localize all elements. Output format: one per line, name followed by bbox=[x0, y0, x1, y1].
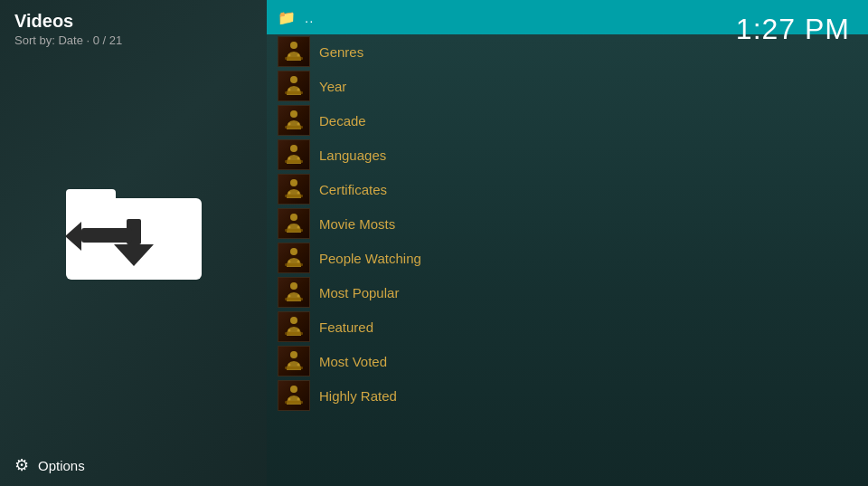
options-label: Options bbox=[38, 458, 85, 473]
svg-point-16 bbox=[288, 123, 291, 126]
options-icon: ⚙ bbox=[14, 455, 29, 475]
sidebar-footer[interactable]: ⚙ Options bbox=[0, 444, 267, 486]
svg-point-49 bbox=[297, 398, 300, 401]
svg-rect-4 bbox=[81, 228, 132, 243]
list-item[interactable]: Featured bbox=[267, 310, 868, 344]
item-label: Movie Mosts bbox=[319, 216, 395, 232]
item-label: Featured bbox=[319, 319, 373, 335]
svg-point-29 bbox=[297, 226, 300, 229]
item-thumbnail-inner bbox=[278, 71, 309, 100]
item-thumbnail bbox=[278, 380, 310, 411]
svg-point-30 bbox=[290, 248, 297, 255]
list-item[interactable]: Most Popular bbox=[267, 275, 868, 310]
svg-point-14 bbox=[290, 110, 297, 118]
item-label: Year bbox=[319, 79, 346, 94]
svg-point-10 bbox=[290, 76, 297, 83]
item-thumbnail-inner bbox=[278, 140, 309, 169]
list-item[interactable]: Highly Rated bbox=[267, 378, 868, 413]
item-label: People Watching bbox=[319, 251, 421, 266]
item-label: Highly Rated bbox=[319, 388, 397, 404]
svg-point-41 bbox=[297, 329, 300, 332]
svg-point-36 bbox=[288, 295, 291, 298]
svg-point-46 bbox=[290, 386, 297, 393]
item-thumbnail bbox=[278, 346, 310, 376]
svg-rect-19 bbox=[285, 160, 303, 163]
item-thumbnail bbox=[278, 139, 310, 170]
sidebar: Videos Sort by: Date · 0 / 21 bbox=[0, 0, 267, 486]
svg-point-25 bbox=[297, 192, 300, 195]
item-label: Genres bbox=[319, 44, 363, 60]
svg-point-32 bbox=[288, 261, 291, 263]
folder-back-icon bbox=[61, 171, 206, 289]
item-thumbnail-inner bbox=[278, 37, 309, 66]
list-item[interactable]: Most Voted bbox=[267, 344, 868, 378]
item-thumbnail-inner bbox=[278, 175, 309, 204]
item-thumbnail bbox=[278, 36, 310, 67]
item-label: Languages bbox=[319, 148, 386, 163]
back-label: .. bbox=[305, 10, 314, 25]
list-item[interactable]: Year bbox=[267, 69, 868, 103]
item-thumbnail-inner bbox=[278, 106, 309, 135]
item-thumbnail-inner bbox=[278, 209, 309, 238]
svg-point-8 bbox=[288, 54, 291, 57]
content-area: 1:27 PM 📁 .. Genres Year Decade bbox=[267, 0, 868, 486]
clock: 1:27 PM bbox=[736, 13, 850, 46]
svg-point-28 bbox=[288, 226, 291, 229]
svg-point-9 bbox=[297, 54, 300, 57]
item-thumbnail bbox=[278, 71, 310, 101]
item-thumbnail-inner bbox=[278, 278, 309, 307]
svg-point-48 bbox=[288, 398, 291, 401]
svg-rect-47 bbox=[285, 401, 303, 404]
svg-rect-7 bbox=[285, 57, 303, 60]
svg-point-17 bbox=[297, 123, 300, 126]
svg-point-44 bbox=[288, 364, 291, 367]
svg-point-22 bbox=[290, 179, 297, 186]
svg-point-6 bbox=[290, 42, 297, 49]
item-label: Most Popular bbox=[319, 285, 399, 300]
svg-point-13 bbox=[297, 89, 300, 91]
list-item[interactable]: Certificates bbox=[267, 172, 868, 206]
sidebar-header: Videos Sort by: Date · 0 / 21 bbox=[0, 0, 267, 51]
svg-point-37 bbox=[297, 295, 300, 298]
item-thumbnail-inner bbox=[278, 243, 309, 272]
item-thumbnail bbox=[278, 174, 310, 205]
svg-rect-23 bbox=[285, 195, 303, 197]
svg-point-21 bbox=[297, 157, 300, 160]
svg-rect-15 bbox=[285, 126, 303, 129]
svg-point-45 bbox=[297, 364, 300, 367]
item-thumbnail-inner bbox=[278, 347, 309, 376]
list-item[interactable]: Movie Mosts bbox=[267, 206, 868, 241]
svg-point-24 bbox=[288, 192, 291, 195]
item-thumbnail-inner bbox=[278, 381, 309, 410]
svg-point-20 bbox=[288, 157, 291, 160]
list-item[interactable]: Languages bbox=[267, 138, 868, 172]
back-icon: 📁 bbox=[278, 9, 296, 26]
item-thumbnail-inner bbox=[278, 312, 309, 341]
svg-rect-11 bbox=[285, 91, 303, 94]
svg-rect-31 bbox=[285, 263, 303, 266]
sidebar-icon-area bbox=[0, 51, 267, 444]
svg-point-40 bbox=[288, 329, 291, 332]
item-label: Certificates bbox=[319, 182, 387, 197]
category-list: Genres Year Decade Languages Certificate… bbox=[267, 34, 868, 413]
svg-point-26 bbox=[290, 214, 297, 221]
svg-point-34 bbox=[290, 282, 297, 290]
svg-point-33 bbox=[297, 261, 300, 263]
item-thumbnail bbox=[278, 311, 310, 342]
item-thumbnail bbox=[278, 243, 310, 273]
item-thumbnail bbox=[278, 208, 310, 239]
svg-point-38 bbox=[290, 317, 297, 324]
item-thumbnail bbox=[278, 105, 310, 136]
sidebar-subtitle: Sort by: Date · 0 / 21 bbox=[14, 33, 252, 47]
main-layout: Videos Sort by: Date · 0 / 21 bbox=[0, 0, 868, 486]
svg-point-18 bbox=[290, 145, 297, 152]
item-thumbnail bbox=[278, 277, 310, 308]
svg-rect-27 bbox=[285, 229, 303, 232]
svg-rect-39 bbox=[285, 332, 303, 335]
svg-rect-35 bbox=[285, 298, 303, 300]
list-item[interactable]: Decade bbox=[267, 103, 868, 138]
item-label: Decade bbox=[319, 113, 366, 129]
sidebar-title: Videos bbox=[14, 11, 252, 32]
item-label: Most Voted bbox=[319, 354, 387, 369]
list-item[interactable]: People Watching bbox=[267, 241, 868, 275]
